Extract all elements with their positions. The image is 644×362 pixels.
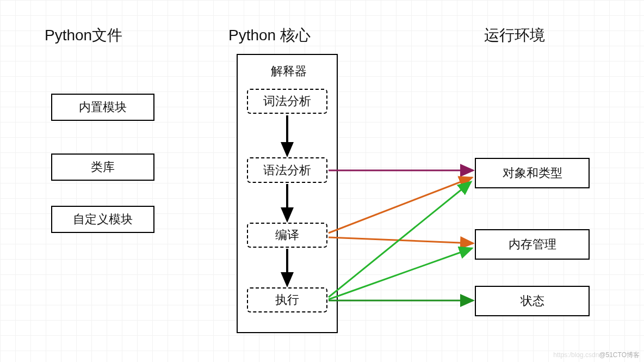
step-parse: 语法分析 xyxy=(247,157,327,183)
step-compile: 编译 xyxy=(247,223,327,248)
step-exec: 执行 xyxy=(247,287,327,312)
box-objtype: 对象和类型 xyxy=(475,158,590,188)
heading-python-file: Python文件 xyxy=(45,25,122,46)
box-builtin-module: 内置模块 xyxy=(51,94,154,121)
interpreter-title: 解释器 xyxy=(271,63,307,79)
box-custom-module: 自定义模块 xyxy=(51,206,154,233)
box-mem: 内存管理 xyxy=(475,229,590,260)
heading-runtime-env: 运行环境 xyxy=(484,25,545,46)
arrow-exec-to-mem xyxy=(329,248,472,299)
watermark-text: @51CTO博客 xyxy=(599,351,640,359)
watermark: https:/blog.csdn@51CTO博客 xyxy=(553,351,640,360)
arrow-compile-to-objtype xyxy=(329,177,472,233)
box-libs: 类库 xyxy=(51,154,154,181)
arrow-compile-to-mem xyxy=(329,237,473,243)
heading-python-core: Python 核心 xyxy=(228,25,311,46)
box-state: 状态 xyxy=(475,286,590,316)
step-lex: 词法分析 xyxy=(247,89,327,114)
watermark-faint: https:/blog.csdn xyxy=(553,351,599,359)
arrow-exec-to-objtype xyxy=(329,182,471,297)
